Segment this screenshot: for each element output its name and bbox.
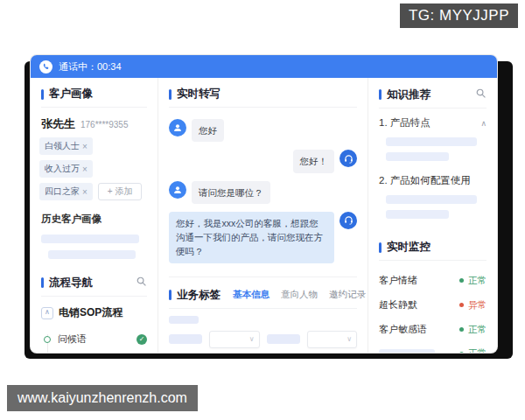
sop-step[interactable]: 问候语 ✓ (45, 327, 147, 351)
collapse-icon[interactable]: ∧ (41, 307, 53, 319)
form-select[interactable]: ∨ (307, 331, 358, 348)
status-badge: 正常 (468, 347, 486, 353)
monitor-label-skeleton (379, 349, 435, 353)
history-skeleton-bar (48, 250, 136, 259)
status-badge: 正常 (468, 275, 486, 287)
tab-invite-records[interactable]: 邀约记录 (329, 289, 366, 301)
chat-message-agent: 您好！ (169, 150, 357, 172)
status-badge: 正常 (468, 324, 486, 336)
sop-step[interactable]: 询问客户意向 ✕ (45, 351, 147, 353)
status-dot (459, 278, 464, 283)
customer-avatar-icon (169, 181, 186, 199)
search-icon[interactable] (136, 275, 147, 290)
knowledge-skeleton-bar (386, 137, 477, 146)
customer-phone: 176****9355 (80, 120, 129, 130)
tab-basic-info[interactable]: 基本信息 (233, 289, 270, 301)
history-profile-label: 历史客户画像 (31, 202, 158, 231)
monitor-title: 实时监控 (387, 240, 486, 255)
tg-watermark-badge: TG: MYYJJPP (400, 4, 518, 28)
chat-message-customer: 您好 (169, 119, 357, 142)
knowledge-monitor-panel: 知识推荐 1. 产品特点 ∧ 2. 产品如何配置使用 实时监控 (368, 78, 497, 353)
form-label-skeleton (169, 316, 199, 324)
knowledge-skeleton-bar (386, 195, 477, 204)
status-dot (459, 352, 464, 354)
basic-info-form: ∨ ∨ (158, 309, 368, 353)
tag-remove-icon[interactable]: × (82, 142, 88, 151)
section-accent-bar (379, 242, 382, 253)
status-dot (459, 327, 464, 332)
customer-name: 张先生 (41, 116, 75, 132)
sop-timeline: 问候语 ✓ 询问客户意向 ✕ 介绍产品请求 ✓ (45, 327, 147, 353)
form-label-skeleton (169, 334, 202, 344)
monitor-label: 客户敏感语 (379, 323, 459, 336)
tag-remove-icon[interactable]: × (82, 164, 88, 174)
customer-profile-panel: 客户画像 张先生 176****9355 白领人士 × 收入过万 × 四口之家 … (31, 78, 158, 353)
customer-tag[interactable]: 白领人士 × (39, 137, 93, 155)
chat-bubble: 您好！ (293, 150, 335, 172)
chat-bubble: 您好，我是xxx公司的客服，想跟您沟通一下我们的产品，请问您现在方便吗？ (169, 212, 334, 263)
customer-avatar-icon (169, 119, 186, 136)
call-status-text: 通话中：00:34 (59, 60, 122, 74)
monitor-label: 超长静默 (379, 298, 459, 312)
section-accent-bar (169, 290, 172, 300)
chevron-down-icon: ∨ (249, 335, 255, 343)
transcript-title: 实时转写 (177, 87, 357, 102)
knowledge-title: 知识推荐 (387, 88, 470, 102)
step-success-icon: ✓ (136, 334, 147, 345)
process-nav-title: 流程导航 (49, 276, 130, 290)
section-accent-bar (379, 89, 382, 100)
business-tags-title: 业务标签 (177, 288, 220, 303)
chat-transcript: 您好 您好！ 请问您是哪位？ 您好，我是xxx公司的客服，想跟您沟通一下我们的产… (158, 108, 368, 273)
customer-profile-title: 客户画像 (49, 87, 147, 102)
chat-message-agent: 您好，我是xxx公司的客服，想跟您沟通一下我们的产品，请问您现在方便吗？ (169, 212, 357, 263)
tag-label: 白领人士 (45, 140, 80, 152)
monitor-row: 超长静默 异常 (379, 298, 486, 312)
add-tag-button[interactable]: + 添加 (98, 183, 143, 200)
knowledge-item[interactable]: 2. 产品如何配置使用 (368, 166, 497, 189)
business-tags-tablist: 基本信息 意向人物 邀约记录 人物属性 (233, 289, 368, 301)
timeline-dot-ok (44, 336, 51, 343)
url-watermark-badge: www.kaiyunzhenrenzh.com (7, 385, 198, 411)
knowledge-item-label: 1. 产品特点 (379, 116, 480, 130)
chat-message-customer: 请问您是哪位？ (169, 181, 357, 204)
agent-headset-avatar-icon (340, 150, 357, 167)
knowledge-skeleton-bar (386, 152, 449, 161)
monitor-row-skeleton: 正常 (379, 347, 486, 353)
agent-headset-avatar-icon (340, 212, 357, 229)
chat-bubble: 请问您是哪位？ (192, 181, 270, 204)
tag-label: 收入过万 (45, 163, 80, 175)
knowledge-item[interactable]: 1. 产品特点 ∧ (368, 108, 497, 131)
chat-bubble: 您好 (192, 119, 224, 142)
sop-flow-title: 电销SOP流程 (59, 305, 122, 320)
knowledge-item-label: 2. 产品如何配置使用 (379, 174, 486, 187)
history-skeleton-bar (41, 234, 139, 243)
tag-remove-icon[interactable]: × (82, 187, 88, 197)
search-icon[interactable] (475, 87, 486, 102)
form-label-skeleton (267, 334, 300, 344)
transcript-panel: 实时转写 您好 您好！ (158, 78, 368, 353)
monitor-row: 客户敏感语 正常 (379, 323, 486, 336)
customer-tag[interactable]: 四口之家 × (39, 183, 93, 200)
form-select[interactable]: ∨ (209, 331, 260, 348)
chevron-down-icon: ∨ (346, 335, 352, 343)
call-titlebar: 通话中：00:34 (31, 55, 497, 78)
monitor-list: 客户情绪 正常 超长静默 异常 客户敏感语 正常 正常 正常 (368, 261, 497, 353)
phone-icon (39, 60, 52, 74)
tag-label: 四口之家 (45, 186, 80, 198)
status-dot (459, 303, 464, 307)
knowledge-skeleton-bar (386, 210, 449, 219)
status-badge: 异常 (468, 299, 486, 312)
tab-intent-person[interactable]: 意向人物 (281, 289, 318, 301)
monitor-row: 客户情绪 正常 (379, 274, 486, 287)
call-assistant-window: 通话中：00:34 客户画像 张先生 176****9355 白领人士 × 收入… (31, 55, 497, 353)
sop-step-label: 问候语 (58, 332, 130, 346)
chevron-up-icon[interactable]: ∧ (480, 119, 486, 128)
section-accent-bar (41, 277, 44, 288)
section-accent-bar (169, 89, 172, 100)
monitor-label: 客户情绪 (379, 274, 459, 287)
section-accent-bar (41, 89, 44, 100)
customer-tag[interactable]: 收入过万 × (39, 160, 93, 178)
